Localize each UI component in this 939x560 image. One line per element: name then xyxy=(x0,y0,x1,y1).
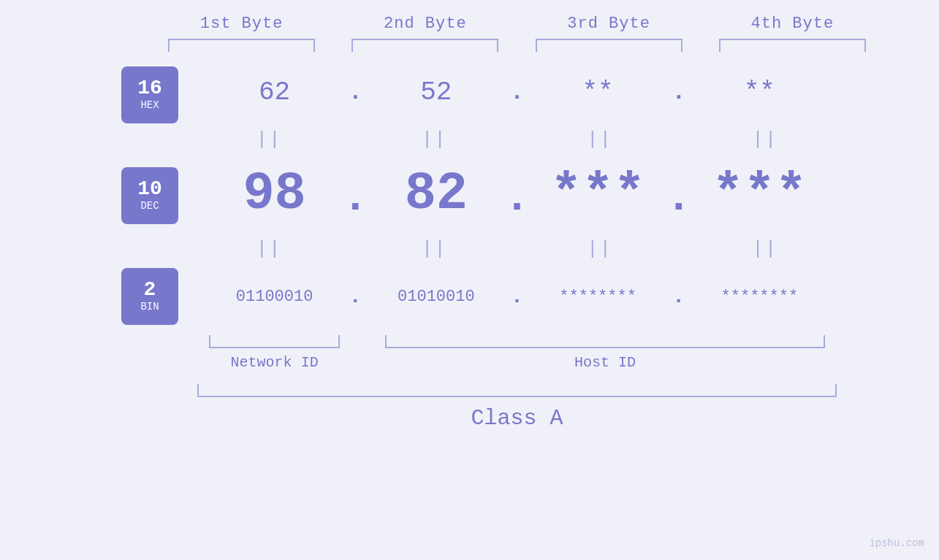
bottom-brackets-row xyxy=(197,335,837,348)
byte3-bracket xyxy=(536,39,683,52)
byte2-label: 2nd Byte xyxy=(384,15,467,33)
eq1-c1: || xyxy=(197,129,341,150)
dec-row: 98 . 82 . *** . *** xyxy=(197,154,837,234)
bin-b2-cell: 01010010 xyxy=(359,288,513,306)
dec-b4-cell: *** xyxy=(683,164,837,224)
byte1-bracket xyxy=(168,39,315,52)
hex-name: HEX xyxy=(140,99,159,112)
byte3-col: 3rd Byte xyxy=(517,15,701,52)
base-labels: 16 HEX 10 DEC 2 BIN xyxy=(102,59,197,325)
hex-b4-cell: ** xyxy=(683,77,837,107)
bin-b4-cell: ******** xyxy=(683,288,837,306)
network-bracket-area xyxy=(197,335,351,348)
byte4-label: 4th Byte xyxy=(751,15,835,33)
byte2-col: 2nd Byte xyxy=(333,15,517,52)
bin-b1: 01100010 xyxy=(236,288,313,306)
id-labels-row: Network ID Host ID xyxy=(197,354,837,371)
bin-b3-cell: ******** xyxy=(521,288,675,306)
dec-b3: *** xyxy=(550,164,645,224)
dec-b1-cell: 98 xyxy=(197,164,351,224)
dec-b4: *** xyxy=(712,164,807,224)
class-label: Class A xyxy=(471,406,563,431)
equals-row-2: || || || || xyxy=(197,234,837,264)
byte4-col: 4th Byte xyxy=(701,15,884,52)
hex-row: 62 . 52 . ** . ** xyxy=(197,59,837,125)
eq2-c3: || xyxy=(528,238,672,260)
spacer2 xyxy=(351,354,373,371)
byte-headers: 1st Byte 2nd Byte 3rd Byte 4th Byte xyxy=(150,15,884,52)
hex-b2: 52 xyxy=(420,77,452,107)
hex-b3-cell: ** xyxy=(521,77,675,107)
main-container: 1st Byte 2nd Byte 3rd Byte 4th Byte 16 H… xyxy=(0,0,939,560)
byte3-label: 3rd Byte xyxy=(567,15,650,33)
bin-name: BIN xyxy=(140,300,159,313)
class-label-cell: Class A xyxy=(197,406,837,431)
class-bracket xyxy=(197,384,837,397)
main-content: 16 HEX 10 DEC 2 BIN 62 . 52 xyxy=(102,59,837,431)
bin-b2: 01010010 xyxy=(398,288,475,306)
host-bracket-area xyxy=(373,335,837,348)
eq1-c3: || xyxy=(528,129,672,150)
hex-b1: 62 xyxy=(259,77,290,107)
host-bracket xyxy=(385,335,825,348)
bin-b1-cell: 01100010 xyxy=(197,288,351,306)
bin-row: 01100010 . 01010010 . ******** . *******… xyxy=(197,264,837,329)
hex-b3: ** xyxy=(582,77,614,107)
eq2-c4: || xyxy=(693,238,837,260)
network-bracket xyxy=(209,335,341,348)
host-id-cell: Host ID xyxy=(373,354,837,371)
dec-b2: 82 xyxy=(405,164,468,224)
eq1-c2: || xyxy=(362,129,506,150)
hex-b2-cell: 52 xyxy=(359,77,513,107)
byte1-label: 1st Byte xyxy=(200,15,284,33)
dec-num: 10 xyxy=(137,179,162,199)
eq2-c1: || xyxy=(197,238,341,260)
equals-row-1: || || || || xyxy=(197,125,837,154)
network-id-label: Network ID xyxy=(231,354,319,371)
byte1-col: 1st Byte xyxy=(150,15,333,52)
network-id-cell: Network ID xyxy=(197,354,351,371)
dec-name: DEC xyxy=(140,199,159,212)
bin-b4: ******** xyxy=(721,288,799,306)
dec-b3-cell: *** xyxy=(521,164,675,224)
dec-b2-cell: 82 xyxy=(359,164,513,224)
bin-badge: 2 BIN xyxy=(121,268,178,325)
hex-b1-cell: 62 xyxy=(197,77,351,107)
eq2-c2: || xyxy=(362,238,506,260)
bin-num: 2 xyxy=(144,280,156,300)
dec-b1: 98 xyxy=(243,164,305,224)
byte2-bracket xyxy=(351,39,498,52)
hex-badge: 16 HEX xyxy=(121,66,178,123)
dec-badge: 10 DEC xyxy=(121,167,178,224)
hex-num: 16 xyxy=(137,78,162,99)
host-id-label: Host ID xyxy=(574,354,636,371)
byte4-bracket xyxy=(719,39,866,52)
watermark: ipshu.com xyxy=(869,537,924,549)
class-bracket-area: Class A xyxy=(197,384,837,431)
bin-b3: ******** xyxy=(559,288,636,306)
eq1-c4: || xyxy=(693,129,837,150)
rows-area: 62 . 52 . ** . ** || || xyxy=(197,59,837,431)
hex-b4: ** xyxy=(744,77,775,107)
